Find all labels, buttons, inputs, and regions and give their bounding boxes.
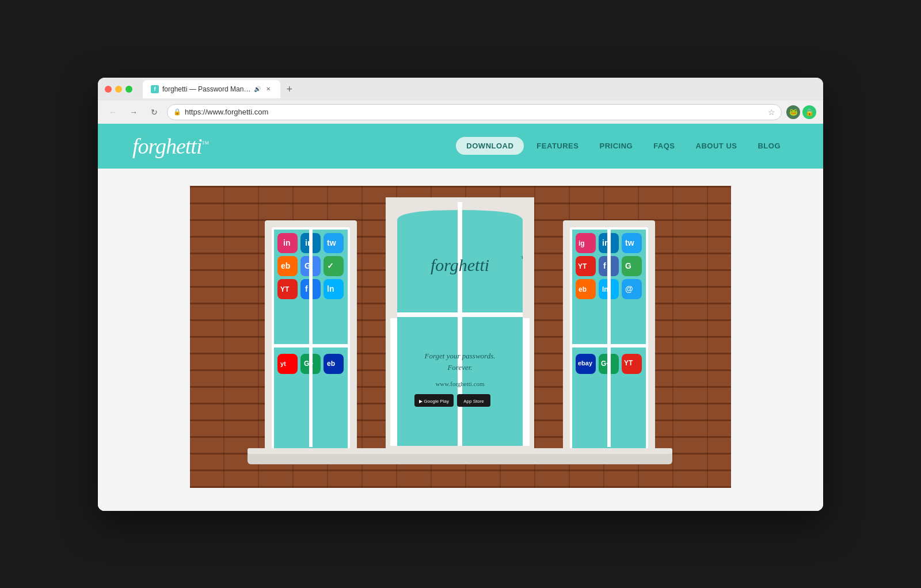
bookmark-button[interactable]: ☆ (768, 108, 775, 117)
svg-text:ln: ln (327, 284, 334, 293)
svg-rect-76 (386, 197, 403, 215)
nav-about-us[interactable]: ABOUT US (688, 137, 745, 155)
tab-title: forghetti — Password Man… (162, 85, 250, 93)
close-button[interactable] (105, 86, 112, 93)
svg-text:www.forghetti.com: www.forghetti.com (435, 380, 485, 387)
svg-text:eb: eb (327, 360, 335, 368)
browser-titlebar: f forghetti — Password Man… 🔊 ✕ + (98, 78, 823, 101)
svg-text:eb: eb (579, 285, 587, 293)
svg-text:f: f (305, 284, 308, 293)
hero-image: in in tw eb G ✓ YT f ln (190, 186, 731, 488)
active-tab[interactable]: f forghetti — Password Man… 🔊 ✕ (143, 80, 280, 98)
svg-rect-29 (309, 230, 313, 447)
address-bar[interactable]: 🔒 https://www.forghetti.com ☆ (167, 104, 782, 120)
website-content: forghetti™ DOWNLOAD FEATURES PRICING FAQ… (98, 124, 823, 511)
site-logo: forghetti™ (132, 133, 208, 159)
svg-text:f: f (603, 261, 606, 270)
svg-text:yt: yt (280, 360, 286, 367)
svg-text:eb: eb (281, 261, 290, 270)
window-svg: in in tw eb G ✓ YT f ln (190, 186, 731, 488)
tab-close-button[interactable]: ✕ (264, 85, 272, 93)
svg-text:App Store: App Store (463, 399, 484, 404)
url-text: https://www.forghetti.com (185, 108, 764, 116)
svg-text:▶ Google Play: ▶ Google Play (419, 399, 449, 404)
svg-rect-63 (458, 202, 462, 446)
svg-text:ig: ig (579, 239, 585, 247)
svg-text:✓: ✓ (327, 261, 334, 270)
site-nav: forghetti™ DOWNLOAD FEATURES PRICING FAQ… (98, 124, 823, 169)
tab-bar: f forghetti — Password Man… 🔊 ✕ + (143, 80, 816, 98)
maximize-button[interactable] (125, 86, 132, 93)
browser-toolbar: ← → ↻ 🔒 https://www.forghetti.com ☆ 🐸 🔒 (98, 101, 823, 124)
back-button[interactable]: ← (105, 104, 121, 120)
svg-text:Forever.: Forever. (447, 363, 472, 372)
svg-text:Forget your passwords.: Forget your passwords. (424, 352, 496, 360)
svg-rect-59 (607, 230, 611, 447)
svg-text:forghetti: forghetti (431, 255, 489, 274)
minimize-button[interactable] (115, 86, 122, 93)
svg-rect-75 (523, 197, 534, 318)
nav-blog[interactable]: BLOG (749, 137, 789, 155)
extension-icon-1[interactable]: 🐸 (786, 105, 800, 119)
svg-text:YT: YT (624, 359, 633, 367)
svg-text:G: G (625, 261, 631, 270)
svg-text:tw: tw (625, 238, 634, 247)
svg-text:tw: tw (327, 238, 336, 247)
svg-text:YT: YT (280, 285, 290, 293)
nav-links: DOWNLOAD FEATURES PRICING FAQS ABOUT US … (456, 137, 789, 155)
new-tab-button[interactable]: + (283, 84, 296, 94)
browser-window: f forghetti — Password Man… 🔊 ✕ + ← → ↻ … (98, 78, 823, 511)
svg-rect-77 (517, 197, 534, 215)
nav-pricing[interactable]: PRICING (591, 137, 641, 155)
svg-text:ebay: ebay (578, 360, 593, 366)
hero-section: in in tw eb G ✓ YT f ln (98, 169, 823, 511)
logo-tm: ™ (201, 139, 208, 148)
svg-text:in: in (283, 238, 290, 247)
tab-sound-icon: 🔊 (254, 86, 261, 92)
tab-favicon: f (151, 85, 159, 93)
nav-features[interactable]: FEATURES (528, 137, 587, 155)
traffic-lights (105, 86, 132, 93)
logo-text: forghetti (132, 134, 201, 158)
browser-extensions: 🐸 🔒 (786, 105, 816, 119)
extension-icon-2[interactable]: 🔒 (802, 105, 816, 119)
nav-download[interactable]: DOWNLOAD (456, 137, 524, 155)
refresh-button[interactable]: ↻ (146, 104, 162, 120)
svg-rect-64 (390, 312, 530, 317)
nav-faqs[interactable]: FAQS (645, 137, 683, 155)
svg-text:YT: YT (578, 262, 587, 270)
lock-icon: 🔒 (173, 108, 181, 116)
svg-rect-79 (248, 448, 672, 454)
svg-text:@: @ (625, 284, 633, 293)
forward-button[interactable]: → (125, 104, 142, 120)
svg-rect-74 (386, 197, 397, 318)
